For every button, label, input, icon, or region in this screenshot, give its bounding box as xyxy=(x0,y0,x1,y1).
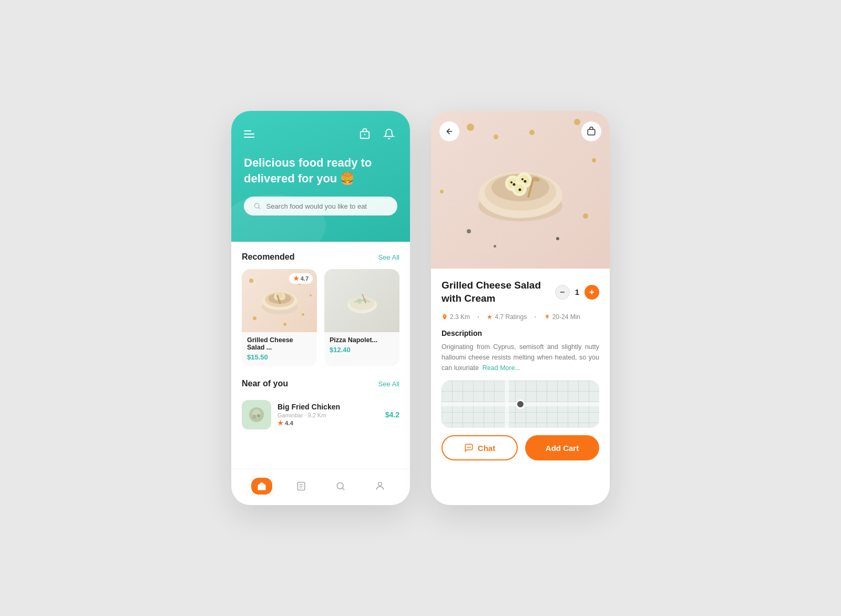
search-icon xyxy=(253,202,261,210)
qty-number: 1 xyxy=(575,288,579,296)
food-card-2[interactable]: Pizza Napolet... $12.40 xyxy=(324,269,399,366)
near-item-1[interactable]: Big Fried Chicken Gaminbar · 9.2 Km ★ 4.… xyxy=(242,396,399,434)
map-road-vertical xyxy=(505,381,509,428)
nav-home[interactable] xyxy=(251,478,272,495)
cart-icon[interactable] xyxy=(356,126,373,142)
near-see-all[interactable]: See All xyxy=(378,380,399,388)
detail-actions: Chat Add Cart xyxy=(442,435,599,469)
phone-right: Grilled Cheese Salad with Cream − 1 + 2.… xyxy=(431,111,610,505)
card-1-price: $15.50 xyxy=(247,353,312,361)
recommended-cards: ★ 4.7 Grilled Cheese Salad ... $15.50 xyxy=(242,269,399,366)
svg-rect-43 xyxy=(588,129,595,135)
phone-body: Recomended See All xyxy=(231,242,410,469)
back-button[interactable] xyxy=(439,121,459,141)
svg-point-18 xyxy=(252,415,257,419)
location-icon xyxy=(442,314,448,320)
detail-bowl-svg xyxy=(468,148,573,232)
svg-point-45 xyxy=(546,315,548,318)
near-section: Near of you See All Big Fried Chicken xyxy=(242,379,399,434)
profile-icon xyxy=(375,481,385,491)
add-cart-button[interactable]: Add Cart xyxy=(525,435,599,460)
search-input[interactable] xyxy=(266,202,388,210)
svg-point-40 xyxy=(519,189,521,191)
svg-point-24 xyxy=(337,482,343,489)
meta-distance: 2.3 Km xyxy=(442,313,470,321)
chat-button[interactable]: Chat xyxy=(442,435,518,460)
near-item-1-img xyxy=(242,400,271,429)
recommended-header: Recomended See All xyxy=(242,252,399,262)
bag-icon xyxy=(587,127,596,136)
detail-header-image xyxy=(431,111,610,269)
bottom-nav xyxy=(231,469,410,505)
near-item-1-info: Big Fried Chicken Gaminbar · 9.2 Km ★ 4.… xyxy=(278,403,379,427)
back-arrow-icon xyxy=(445,127,454,136)
near-title: Near of you xyxy=(242,379,288,388)
meta-sep-2: · xyxy=(534,312,536,322)
svg-point-2 xyxy=(254,204,259,208)
card-2-info: Pizza Napolet... $12.40 xyxy=(324,332,399,359)
header-top-bar xyxy=(244,126,397,142)
phone-left: Delicious food ready to delivered for yo… xyxy=(231,111,410,505)
svg-point-36 xyxy=(513,183,516,186)
detail-body: Grilled Cheese Salad with Cream − 1 + 2.… xyxy=(431,269,610,505)
recommended-see-all[interactable]: See All xyxy=(378,253,399,261)
header-icons xyxy=(356,126,397,142)
meta-rating: ★ 4.7 Ratings xyxy=(487,313,527,321)
qty-minus-button[interactable]: − xyxy=(555,285,570,300)
food-card-1-img: ★ 4.7 xyxy=(242,269,317,332)
pizza-svg xyxy=(344,286,381,315)
read-more-link[interactable]: Read More... xyxy=(483,364,520,372)
near-header: Near of you See All xyxy=(242,379,399,388)
description-text: Originating from Cyprus, semisoft and sl… xyxy=(442,342,599,373)
map-pin xyxy=(516,399,525,409)
orders-icon xyxy=(296,481,306,491)
chicken-svg xyxy=(247,405,266,424)
detail-title-row: Grilled Cheese Salad with Cream − 1 + xyxy=(442,279,599,305)
qty-plus-button[interactable]: + xyxy=(584,285,599,300)
svg-point-38 xyxy=(524,180,527,183)
meta-time: 20-24 Min xyxy=(544,313,580,321)
map-area xyxy=(442,381,599,428)
food-card-1[interactable]: ★ 4.7 Grilled Cheese Salad ... $15.50 xyxy=(242,269,317,366)
svg-point-46 xyxy=(467,447,468,448)
svg-point-12 xyxy=(350,296,375,310)
svg-point-37 xyxy=(510,181,512,183)
svg-point-44 xyxy=(444,316,446,317)
menu-icon[interactable] xyxy=(244,130,254,138)
nav-search[interactable] xyxy=(330,478,351,495)
card-1-rating-badge: ★ 4.7 xyxy=(289,273,313,284)
home-icon xyxy=(257,481,267,491)
svg-point-19 xyxy=(257,414,260,417)
card-1-info: Grilled Cheese Salad ... $15.50 xyxy=(242,332,317,366)
detail-title: Grilled Cheese Salad with Cream xyxy=(442,279,555,305)
header-title: Delicious food ready to delivered for yo… xyxy=(244,155,397,186)
svg-point-39 xyxy=(521,178,524,180)
bell-icon[interactable] xyxy=(381,126,397,142)
svg-point-1 xyxy=(364,134,366,136)
near-item-1-sub: Gaminbar · 9.2 Km xyxy=(278,412,379,418)
near-item-1-price: $4.2 xyxy=(385,410,399,419)
nav-profile[interactable] xyxy=(370,478,391,495)
chat-icon xyxy=(464,443,474,453)
description-title: Description xyxy=(442,329,599,337)
food-card-2-img xyxy=(324,269,399,332)
near-item-1-rating: ★ 4.4 xyxy=(278,419,379,427)
search-nav-icon xyxy=(335,481,346,491)
quantity-control: − 1 + xyxy=(555,285,599,300)
recommended-title: Recomended xyxy=(242,252,294,262)
card-2-price: $12.40 xyxy=(330,346,394,354)
detail-cart-icon[interactable] xyxy=(581,121,601,141)
bowl-svg xyxy=(259,285,301,316)
svg-point-47 xyxy=(468,447,469,448)
nav-orders[interactable] xyxy=(291,478,312,495)
detail-meta: 2.3 Km · ★ 4.7 Ratings · 20-24 Min xyxy=(442,312,599,322)
card-1-name: Grilled Cheese Salad ... xyxy=(247,336,312,351)
app-container: Delicious food ready to delivered for yo… xyxy=(210,79,631,537)
card-2-name: Pizza Napolet... xyxy=(330,336,394,344)
svg-point-25 xyxy=(378,482,382,486)
time-icon xyxy=(544,314,550,320)
near-item-1-name: Big Fried Chicken xyxy=(278,403,379,411)
search-bar[interactable] xyxy=(244,197,397,215)
header-section: Delicious food ready to delivered for yo… xyxy=(231,111,410,242)
svg-point-48 xyxy=(469,447,470,448)
